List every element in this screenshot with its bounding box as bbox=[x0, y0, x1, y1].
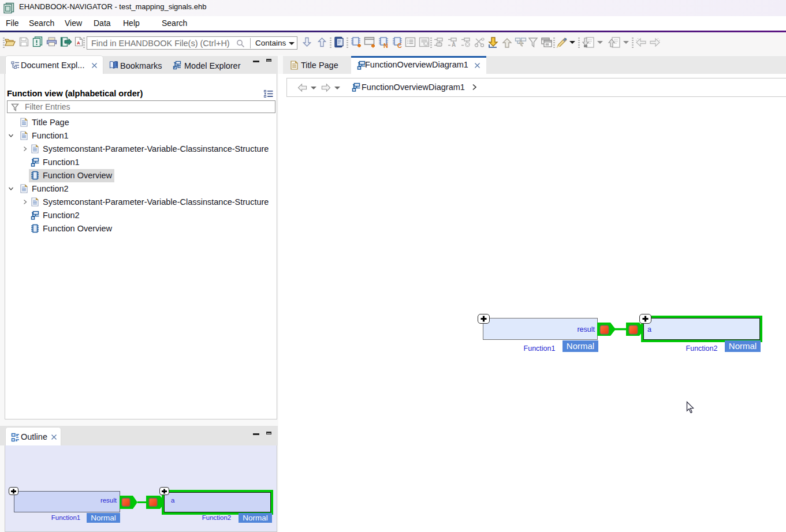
svg-text:A: A bbox=[452, 42, 456, 48]
svg-text:C: C bbox=[397, 42, 402, 48]
svg-text:N: N bbox=[383, 42, 388, 48]
svg-text:A: A bbox=[77, 40, 80, 46]
